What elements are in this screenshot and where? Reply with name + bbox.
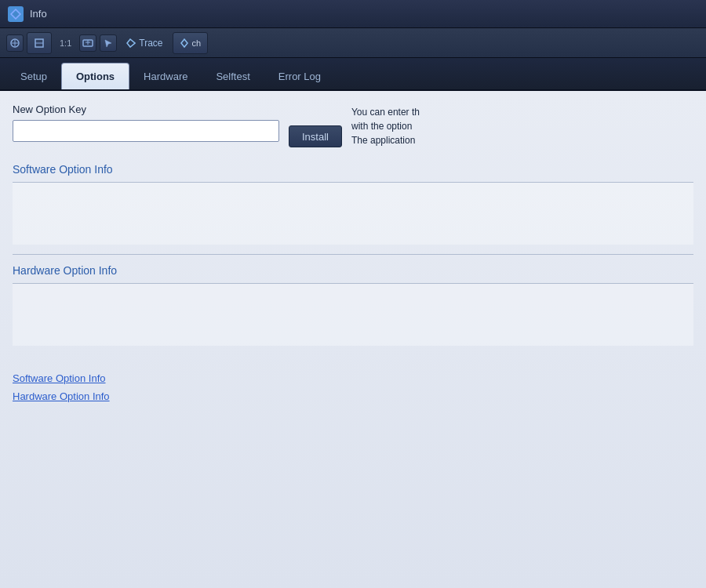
- toolbar-select-btn[interactable]: [100, 34, 117, 52]
- software-option-link[interactable]: Software Option Info: [13, 369, 693, 387]
- tab-selftest[interactable]: Selftest: [202, 63, 264, 89]
- toolbar-icon-1[interactable]: [6, 34, 24, 52]
- option-key-label: New Option Key: [13, 103, 279, 115]
- toolbar-ratio: 1:1: [55, 38, 76, 48]
- toolbar-trace: Trace: [120, 38, 169, 49]
- help-text-line2: with the option: [351, 121, 412, 132]
- software-option-section: Software Option Info: [13, 163, 693, 245]
- help-text-line3: The application: [351, 135, 415, 146]
- tab-options[interactable]: Options: [61, 63, 129, 89]
- title-text: Info: [30, 8, 47, 20]
- hardware-option-link[interactable]: Hardware Option Info: [13, 387, 693, 405]
- help-text-line1: You can enter th: [351, 107, 420, 118]
- hardware-option-title: Hardware Option Info: [13, 264, 693, 277]
- toolbar: 1:1 Trace ch: [0, 28, 706, 58]
- main-content: New Option Key Install You can enter th …: [0, 91, 706, 588]
- tab-error-log[interactable]: Error Log: [264, 63, 335, 89]
- section-divider: [13, 254, 693, 255]
- toolbar-item-2[interactable]: [27, 32, 52, 54]
- option-key-help: You can enter th with the option The app…: [351, 103, 693, 147]
- software-option-body: [13, 182, 693, 245]
- hardware-option-section: Hardware Option Info: [13, 264, 693, 346]
- toolbar-trace-label: Trace: [139, 38, 162, 49]
- software-option-title: Software Option Info: [13, 163, 693, 176]
- svg-marker-11: [181, 39, 187, 47]
- option-key-input[interactable]: [13, 120, 279, 142]
- tab-setup[interactable]: Setup: [6, 63, 61, 89]
- install-button[interactable]: Install: [289, 125, 342, 147]
- toolbar-ch-item[interactable]: ch: [173, 32, 209, 54]
- toolbar-ch-label: ch: [192, 38, 202, 48]
- option-key-row: New Option Key Install You can enter th …: [13, 103, 693, 147]
- title-bar: Info: [0, 0, 706, 28]
- tab-hardware[interactable]: Hardware: [129, 63, 202, 89]
- svg-marker-10: [127, 39, 135, 47]
- links-section: Software Option Info Hardware Option Inf…: [13, 361, 693, 406]
- tab-bar: Setup Options Hardware Selftest Error Lo…: [0, 58, 706, 91]
- app-icon: [8, 6, 24, 22]
- option-key-left: New Option Key: [13, 103, 279, 142]
- hardware-option-body: [13, 283, 693, 346]
- toolbar-zoom-btn[interactable]: [79, 34, 96, 52]
